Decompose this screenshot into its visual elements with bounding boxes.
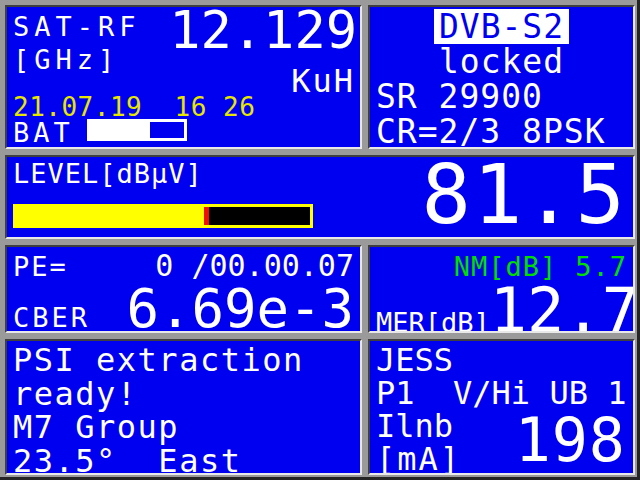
satellite-position: 23.5° East (13, 445, 354, 476)
level-bar-peak-marker (204, 207, 209, 225)
band-indicator: KuH (291, 62, 355, 100)
battery-gauge (87, 119, 187, 141)
meter-screen: SAT-RF 12.129 [GHz] KuH 21.07.19 16 26 B… (0, 0, 640, 480)
cber-value: 6.69e-3 (126, 283, 354, 333)
lock-status: locked (439, 44, 564, 79)
psi-status-line2: ready! (13, 378, 354, 412)
lnb-current-value: 198 (515, 410, 626, 470)
sat-rf-panel: SAT-RF 12.129 [GHz] KuH 21.07.19 16 26 B… (5, 5, 362, 149)
quality-panel: NM[dB] 5.7 MER[dB] 12.7 (368, 245, 635, 333)
mer-value: 12.7 (490, 282, 635, 333)
psi-status-line1: PSI extraction (13, 344, 354, 378)
frequency-value: 12.129 (169, 5, 357, 59)
psi-info-panel: PSI extraction ready! M7 Group 23.5° Eas… (5, 339, 362, 475)
mer-label: MER[dB] (376, 307, 490, 333)
battery-fill (90, 122, 150, 138)
lnb-panel: JESS P1 V/Hi UB 1 Ilnb [mA] 198 (368, 339, 635, 475)
code-rate-modulation: CR=2/3 8PSK (370, 114, 606, 149)
dvb-status-panel: DVB-S2 locked SR 29900 CR=2/3 8PSK (368, 5, 635, 149)
standard-badge: DVB-S2 (434, 9, 569, 44)
symbol-rate: SR 29900 (370, 79, 543, 114)
frequency-unit: [GHz] (13, 44, 119, 75)
pe-label: PE= (13, 251, 68, 282)
level-value: 81.5 (422, 155, 627, 236)
cber-label: CBER (13, 302, 90, 333)
level-bargraph (13, 204, 313, 228)
lnb-system: JESS (376, 344, 627, 377)
battery-label: BAT (13, 117, 74, 148)
level-label: LEVEL[dBµV] (13, 158, 203, 189)
level-bar-fill (16, 207, 204, 225)
satellite-operator: M7 Group (13, 411, 354, 445)
error-panel: PE= 0 /00.00.07 CBER 6.69e-3 (5, 245, 362, 333)
sat-rf-label: SAT-RF (13, 11, 141, 42)
level-panel: LEVEL[dBµV] 81.5 (5, 155, 635, 239)
